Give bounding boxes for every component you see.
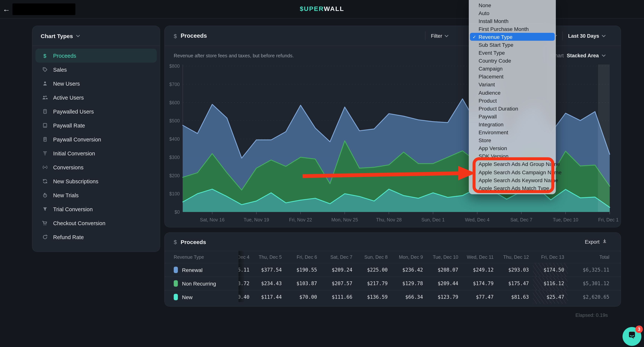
chart-types-sidebar: Chart Types $ProceedsSalesNew UsersActiv… [32, 26, 160, 252]
conversions-icon [42, 164, 48, 170]
menu-item-country-code[interactable]: Country Code [469, 57, 556, 65]
row-label-cell: New [165, 290, 238, 304]
sync-icon [42, 178, 48, 184]
timer-icon [42, 192, 48, 198]
chart-types-header[interactable]: Chart Types [32, 26, 160, 46]
menu-item-app-version[interactable]: App Version [469, 144, 556, 152]
sidebar-item-refund-rate[interactable]: Refund Rate [36, 230, 157, 244]
menu-item-placement[interactable]: Placement [469, 73, 556, 81]
filter-button[interactable]: Filter [431, 33, 448, 39]
separator [562, 31, 563, 40]
svg-text:Fri, Nov 22: Fri, Nov 22 [289, 217, 312, 222]
column-header-sat-dec-7: Sat, Dec 7 [321, 251, 356, 263]
column-header-tue-dec-10: Tue, Dec 10 [427, 251, 462, 263]
value-cell: $190.55 [286, 263, 321, 276]
menu-item-integration[interactable]: Integration [469, 121, 556, 128]
menu-item-event-type[interactable]: Event Type [469, 49, 556, 57]
sidebar-item-paywalled-users[interactable]: Paywalled Users [36, 105, 157, 118]
menu-item-install-month[interactable]: Install Month [469, 17, 556, 25]
export-button[interactable]: Export [585, 239, 607, 245]
sidebar-item-proceeds[interactable]: $Proceeds [36, 49, 157, 63]
sidebar-item-conversions[interactable]: Conversions [36, 160, 157, 174]
value-cell: $174.79 [462, 277, 497, 290]
menu-item-none[interactable]: None [469, 1, 556, 9]
sidebar-item-paywall-rate[interactable]: Paywall Rate [36, 118, 157, 132]
column-header-wed-dec-11: Wed, Dec 11 [462, 251, 497, 263]
card-icon [42, 123, 48, 128]
logo-accent: $UPER [300, 5, 324, 13]
chevron-down-icon [445, 35, 448, 37]
series-color-chip [174, 267, 178, 273]
sidebar-item-new-users[interactable]: New Users [36, 77, 157, 91]
menu-item-label: Apple Search Ads Match Type [478, 185, 549, 191]
id-card-icon [42, 109, 48, 114]
svg-text:Mon, Nov 25: Mon, Nov 25 [332, 217, 358, 222]
svg-text:$0: $0 [174, 209, 180, 215]
menu-item-store[interactable]: Store [469, 136, 556, 144]
menu-item-variant[interactable]: Variant [469, 81, 556, 89]
row-label-cell: Renewal [165, 263, 238, 276]
menu-item-sdk-version[interactable]: SDK Version [469, 152, 556, 160]
menu-item-label: Auto [478, 10, 490, 16]
menu-item-apple-search-ads-keyword-name[interactable]: Apple Search Ads Keyword Name [469, 176, 556, 184]
sidebar-item-checkout-conversion[interactable]: Checkout Conversion [36, 216, 157, 230]
menu-item-label: Store [478, 137, 491, 143]
chevron-down-icon [76, 35, 80, 37]
sidebar-item-trial-conversion[interactable]: Trial Conversion [36, 202, 157, 216]
chart-types-list: $ProceedsSalesNew UsersActive UsersPaywa… [32, 46, 160, 247]
row-label: New [182, 294, 192, 300]
menu-item-label: Campaign [478, 66, 503, 72]
menu-item-sub-start-type[interactable]: Sub Start Type [469, 41, 556, 49]
series-color-chip [174, 294, 178, 300]
sidebar-item-label: Active Users [53, 95, 84, 101]
table-row-new[interactable]: New0.40$117.44$70.00$111.66$136.59$66.34… [165, 290, 621, 304]
sidebar-item-active-users[interactable]: Active Users [36, 91, 157, 105]
sidebar-item-initial-conversion[interactable]: Initial Conversion [36, 146, 157, 160]
sidebar-item-new-trials[interactable]: New Trials [36, 188, 157, 202]
column-header-total: Total [568, 251, 621, 263]
value-cell: $81.63 [498, 290, 533, 304]
table-header-row: Revenue TypeDec 4Thu, Dec 5Fri, Dec 6Sat… [165, 251, 621, 263]
column-header-fri-dec-6: Fri, Dec 6 [286, 251, 321, 263]
value-cell: $25.47 [533, 290, 568, 304]
menu-item-first-purchase-month[interactable]: First Purchase Month [469, 25, 556, 33]
menu-item-label: Install Month [478, 18, 508, 24]
chart-type-select[interactable]: Chart Stacked Area [551, 53, 606, 59]
tag-icon [42, 67, 48, 72]
sidebar-item-paywall-conversion[interactable]: Paywall Conversion [36, 132, 157, 146]
menu-item-product[interactable]: Product [469, 97, 556, 105]
menu-item-apple-search-ads-campaign-name[interactable]: Apple Search Ads Campaign Name [469, 168, 556, 176]
menu-item-label: None [478, 2, 491, 8]
menu-item-label: Apple Search Ads Ad Group Name [478, 161, 560, 167]
table-row-non-recurring[interactable]: Non Recurring3.72$234.43$103.87$207.57$2… [165, 276, 621, 290]
menu-item-auto[interactable]: Auto [469, 9, 556, 17]
chat-widget-button[interactable]: 3 [622, 327, 641, 346]
value-cell: 5.11 [238, 263, 250, 276]
menu-item-paywall[interactable]: Paywall [469, 113, 556, 121]
menu-item-revenue-type[interactable]: ✓Revenue Type [470, 33, 555, 41]
date-range-button[interactable]: Last 30 Days [568, 33, 606, 39]
chart-subtitle: Revenue after store fees and taxes, but … [174, 53, 294, 59]
menu-item-environment[interactable]: Environment [469, 128, 556, 136]
menu-item-label: Audience [478, 90, 500, 96]
menu-item-label: Variant [478, 82, 495, 88]
menu-item-product-duration[interactable]: Product Duration [469, 105, 556, 112]
menu-item-label: Environment [478, 129, 508, 135]
svg-text:$200: $200 [169, 173, 180, 178]
svg-text:$800: $800 [169, 63, 180, 69]
dollar-icon: $ [174, 33, 177, 39]
menu-item-campaign[interactable]: Campaign [469, 65, 556, 73]
sidebar-item-new-subscriptions[interactable]: New Subscriptions [36, 174, 157, 188]
menu-item-audience[interactable]: Audience [469, 89, 556, 97]
sidebar-item-label: Paywalled Users [53, 108, 94, 115]
sidebar-item-label: Sales [53, 67, 67, 73]
separator [425, 31, 426, 40]
value-cell: $111.66 [321, 290, 356, 304]
menu-item-label: Product Duration [478, 106, 518, 112]
svg-text:Sat, Nov 16: Sat, Nov 16 [200, 217, 224, 222]
menu-item-apple-search-ads-ad-group-name[interactable]: Apple Search Ads Ad Group Name [469, 160, 556, 168]
sidebar-item-sales[interactable]: Sales [36, 63, 157, 77]
menu-item-apple-search-ads-match-type[interactable]: Apple Search Ads Match Type [469, 184, 556, 192]
table-row-renewal[interactable]: Renewal5.11$377.54$190.55$209.24$225.00$… [165, 263, 621, 276]
svg-text:$700: $700 [169, 82, 180, 87]
